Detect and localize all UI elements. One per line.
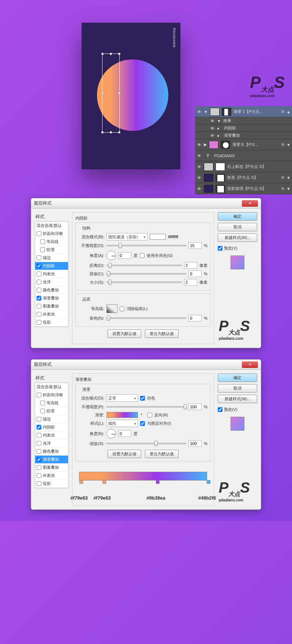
style-checkbox[interactable]: [40, 401, 45, 405]
dialog-titlebar[interactable]: 图层样式 ✕: [31, 360, 261, 370]
reset-default-button[interactable]: 复位为默认值: [145, 450, 179, 458]
distance-slider[interactable]: [106, 265, 182, 266]
style-item[interactable]: 等高线: [35, 238, 68, 246]
choke-input[interactable]: [188, 271, 202, 277]
effect-row[interactable]: 👁 ▼ 效果: [195, 117, 292, 125]
blend-options-item[interactable]: 混合选项:默认: [35, 383, 68, 391]
style-item[interactable]: 纹理: [35, 407, 68, 415]
fx-collapse-icon[interactable]: ▼: [287, 143, 291, 147]
handle-tr[interactable]: [118, 53, 120, 55]
handle-bl[interactable]: [101, 131, 104, 133]
blend-options-item[interactable]: 混合选项:默认: [35, 222, 68, 230]
opacity-slider[interactable]: [106, 245, 186, 246]
visibility-icon[interactable]: 👁: [196, 187, 202, 191]
cancel-button[interactable]: 取消: [218, 223, 257, 231]
distance-input[interactable]: [184, 262, 197, 269]
angle-dial[interactable]: [106, 251, 116, 260]
angle-input[interactable]: [118, 252, 131, 259]
style-item[interactable]: 渐变叠加: [35, 456, 68, 464]
style-item[interactable]: 外发光: [35, 472, 68, 480]
opacity-slider[interactable]: [106, 406, 186, 408]
style-item[interactable]: 图案叠加: [35, 302, 68, 310]
style-checkbox[interactable]: [37, 255, 41, 260]
style-item[interactable]: 内发光: [35, 270, 68, 278]
new-style-button[interactable]: 新建样式(W)...: [218, 395, 257, 403]
layer-row[interactable]: 👁 T PDADIANS: [195, 150, 292, 161]
style-item[interactable]: 光泽: [35, 278, 68, 286]
style-checkbox[interactable]: [37, 312, 41, 317]
close-button[interactable]: ✕: [242, 361, 258, 368]
styles-list[interactable]: 混合选项:默认斜面和浮雕等高线纹理描边内阴影内发光光泽颜色叠加渐变叠加图案叠加外…: [35, 221, 68, 327]
style-item[interactable]: 内阴影: [35, 262, 68, 270]
ok-button[interactable]: 确定: [218, 212, 257, 221]
handle-bm[interactable]: [110, 131, 112, 133]
style-item[interactable]: 描边: [35, 415, 68, 423]
style-checkbox[interactable]: [37, 417, 41, 422]
angle-dial[interactable]: [106, 429, 116, 438]
layer-row[interactable]: 👁 ▶ 渐变大【P大... fx ▼: [195, 139, 292, 150]
layers-panel[interactable]: 👁 ▼ 渐变 1【P大点... fx ▲ 👁 ▼ 效果 👁 ● 内阴影 👁 ● …: [195, 106, 292, 194]
visibility-icon[interactable]: 👁: [210, 119, 215, 123]
opacity-input[interactable]: [188, 404, 202, 410]
opacity-input[interactable]: [188, 242, 202, 249]
effect-row[interactable]: 👁 ● 渐变叠加: [195, 132, 292, 139]
style-checkbox[interactable]: [37, 304, 41, 309]
style-checkbox[interactable]: [37, 433, 41, 438]
gradient-editor[interactable]: #f79e63#f79e63#9b38ea#48b2f6: [75, 464, 211, 503]
scale-slider[interactable]: [106, 443, 186, 444]
style-checkbox[interactable]: [37, 441, 41, 446]
reset-default-button[interactable]: 复位为默认值: [145, 330, 179, 338]
visibility-icon[interactable]: 👁: [196, 154, 202, 158]
handle-tm[interactable]: [110, 53, 112, 55]
dialog-titlebar[interactable]: 图层样式 ✕: [31, 198, 261, 209]
style-item[interactable]: 描边: [35, 254, 68, 262]
style-checkbox[interactable]: [37, 288, 41, 292]
style-checkbox[interactable]: [37, 457, 41, 462]
handle-ml[interactable]: [101, 92, 104, 94]
global-light-check[interactable]: [140, 253, 145, 258]
effect-row[interactable]: 👁 ● 内阴影: [195, 125, 292, 132]
style-checkbox[interactable]: [40, 239, 45, 244]
style-checkbox[interactable]: [37, 473, 41, 478]
preview-check[interactable]: [218, 407, 222, 412]
fx-indicator[interactable]: fx: [281, 143, 284, 147]
style-checkbox[interactable]: [37, 481, 41, 486]
selection-box[interactable]: [102, 54, 120, 133]
style-item[interactable]: 图案叠加: [35, 464, 68, 472]
style-item[interactable]: 斜面和浮雕: [35, 230, 68, 238]
fx-indicator[interactable]: fx: [281, 176, 284, 180]
style-item[interactable]: 内阴影: [35, 423, 68, 431]
fx-collapse-icon[interactable]: ▼: [287, 176, 291, 180]
disclosure-icon[interactable]: ▼: [217, 119, 221, 123]
style-item[interactable]: 光泽: [35, 439, 68, 448]
style-checkbox[interactable]: [37, 296, 41, 301]
fx-collapse-icon[interactable]: ▼: [287, 187, 291, 191]
antialias-check[interactable]: [120, 306, 124, 311]
layer-row[interactable]: 👁 ▼ 渐变 1【P大点... fx ▲: [195, 106, 292, 117]
visibility-icon[interactable]: 👁: [210, 133, 215, 138]
styles-list[interactable]: 混合选项:默认斜面和浮雕等高线纹理描边内阴影内发光光泽颜色叠加渐变叠加图案叠加外…: [35, 383, 68, 488]
style-checkbox[interactable]: [40, 409, 45, 413]
preview-check[interactable]: [218, 246, 222, 251]
angle-input[interactable]: [118, 430, 131, 437]
noise-slider[interactable]: [106, 317, 186, 319]
blend-mode-select[interactable]: 线性减淡（添加）: [106, 233, 147, 240]
gradient-bar[interactable]: [79, 472, 207, 481]
style-select[interactable]: 线性: [106, 420, 138, 427]
color-swatch[interactable]: [150, 234, 166, 240]
style-checkbox[interactable]: [37, 231, 41, 236]
style-checkbox[interactable]: [37, 272, 41, 276]
align-check[interactable]: [140, 421, 145, 426]
style-checkbox[interactable]: [37, 425, 41, 430]
visibility-icon[interactable]: 👁: [196, 110, 202, 114]
style-checkbox[interactable]: [37, 393, 41, 397]
style-checkbox[interactable]: [37, 465, 41, 470]
style-checkbox[interactable]: [37, 449, 41, 454]
reverse-check[interactable]: [147, 413, 152, 417]
visibility-icon[interactable]: 👁: [196, 143, 202, 147]
style-checkbox[interactable]: [37, 280, 41, 284]
style-item[interactable]: 颜色叠加: [35, 448, 68, 456]
choke-slider[interactable]: [106, 273, 186, 275]
size-slider[interactable]: [106, 281, 182, 283]
visibility-icon[interactable]: 👁: [196, 165, 202, 169]
